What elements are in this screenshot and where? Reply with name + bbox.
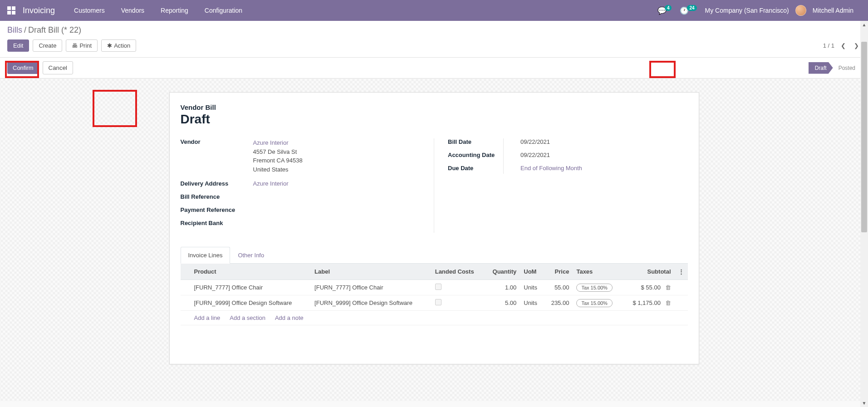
tab-invoice-lines[interactable]: Invoice Lines (181, 247, 230, 264)
status-bar: Confirm Cancel Draft Posted (0, 58, 868, 78)
vendor-addr3: United States (253, 165, 421, 174)
col-subtotal: Subtotal (623, 264, 675, 280)
status-draft[interactable]: Draft (809, 62, 833, 74)
activity-badge: 24 (687, 5, 696, 11)
tab-other-info[interactable]: Other Info (230, 247, 272, 264)
add-line[interactable]: Add a line (194, 314, 221, 321)
invoice-lines-table: Product Label Landed Costs Quantity UoM … (181, 264, 688, 325)
cancel-button[interactable]: Cancel (43, 61, 74, 74)
billdate-value: 09/22/2021 (520, 138, 688, 145)
cell-subtotal: $ 1,175.00 🗑 (623, 295, 675, 311)
title-block: Vendor Bill Draft (181, 103, 688, 127)
col-price: Price (544, 264, 573, 280)
vendor-addr2: Fremont CA 94538 (253, 156, 421, 165)
cell-product: [FURN_9999] Office Design Software (191, 295, 311, 311)
nav-configuration[interactable]: Configuration (198, 7, 249, 14)
cell-landed[interactable] (432, 280, 485, 295)
payref-label: Payment Reference (181, 206, 253, 213)
delivery-link[interactable]: Azure Interior (253, 180, 289, 187)
gear-icon: ✱ (107, 42, 112, 49)
control-panel: Bills / Draft Bill (* 22) Edit Create 🖶P… (0, 21, 868, 58)
cell-qty: 5.00 (485, 295, 520, 311)
breadcrumb-current: Draft Bill (* 22) (28, 25, 81, 35)
delivery-label: Delivery Address (181, 180, 253, 187)
activity-icon[interactable]: 🕐24 (680, 6, 698, 15)
app-brand[interactable]: Invoicing (23, 6, 55, 15)
table-row[interactable]: [FURN_9999] Office Design Software [FURN… (181, 295, 688, 311)
company-selector[interactable]: My Company (San Francisco) (705, 7, 789, 14)
doc-state: Draft (181, 112, 688, 127)
scrollbar-thumb[interactable] (861, 42, 867, 232)
add-note[interactable]: Add a note (275, 314, 304, 321)
nav-customers[interactable]: Customers (68, 7, 111, 14)
form-canvas: Vendor Bill Draft Vendor Azure Interior … (0, 78, 868, 401)
cell-tax: Tax 15.00% (573, 295, 622, 311)
form-sheet: Vendor Bill Draft Vendor Azure Interior … (169, 92, 699, 364)
user-avatar[interactable] (795, 5, 806, 16)
apps-icon[interactable] (7, 6, 15, 15)
nav-vendors[interactable]: Vendors (115, 7, 151, 14)
acctdate-value: 09/22/2021 (520, 152, 688, 158)
messaging-badge: 4 (665, 5, 672, 11)
cell-uom: Units (520, 295, 544, 311)
cell-uom: Units (520, 280, 544, 295)
pager: 1 / 1 ❮ ❯ (823, 41, 861, 50)
print-icon: 🖶 (72, 42, 78, 49)
col-landed: Landed Costs (432, 264, 485, 280)
edit-button[interactable]: Edit (7, 39, 29, 52)
cell-qty: 1.00 (485, 280, 520, 295)
breadcrumb: Bills / Draft Bill (* 22) (7, 25, 861, 35)
top-navbar: Invoicing Customers Vendors Reporting Co… (0, 0, 868, 21)
payref-value (253, 206, 421, 213)
col-taxes: Taxes (573, 264, 622, 280)
col-uom: UoM (520, 264, 544, 280)
create-button[interactable]: Create (33, 39, 62, 52)
pager-next[interactable]: ❯ (852, 41, 861, 50)
vendor-addr1: 4557 De Silva St (253, 147, 421, 157)
table-row[interactable]: [FURN_7777] Office Chair [FURN_7777] Off… (181, 280, 688, 295)
cell-product: [FURN_7777] Office Chair (191, 280, 311, 295)
nav-reporting[interactable]: Reporting (154, 7, 195, 14)
duedate-label: Due Date (448, 165, 520, 172)
trash-icon[interactable]: 🗑 (665, 299, 671, 306)
confirm-button[interactable]: Confirm (7, 62, 39, 74)
col-qty: Quantity (485, 264, 520, 280)
trash-icon[interactable]: 🗑 (665, 284, 671, 291)
duedate-value[interactable]: End of Following Month (520, 165, 582, 172)
billref-value (253, 193, 421, 200)
messaging-icon[interactable]: 💬4 (657, 6, 674, 15)
cell-landed[interactable] (432, 295, 485, 311)
vendor-link[interactable]: Azure Interior (253, 138, 421, 147)
action-button[interactable]: ✱Action (101, 39, 136, 52)
cell-price: 235.00 (544, 295, 573, 311)
acctdate-label: Accounting Date (448, 152, 520, 158)
username[interactable]: Mitchell Admin (813, 7, 853, 14)
col-kebab-icon[interactable]: ⋮ (675, 264, 688, 280)
col-product: Product (191, 264, 311, 280)
bank-label: Recipient Bank (181, 220, 253, 226)
pager-prev[interactable]: ❮ (839, 41, 848, 50)
breadcrumb-root[interactable]: Bills (7, 25, 22, 35)
billdate-label: Bill Date (448, 138, 520, 145)
cell-label: [FURN_9999] Office Design Software (311, 295, 432, 311)
col-label: Label (311, 264, 432, 280)
print-button[interactable]: 🖶Print (66, 39, 98, 52)
bank-value (253, 220, 421, 226)
status-posted[interactable]: Posted (833, 62, 861, 74)
doc-type-label: Vendor Bill (181, 103, 688, 111)
billref-label: Bill Reference (181, 193, 253, 200)
pager-text: 1 / 1 (823, 42, 834, 49)
vendor-label: Vendor (181, 138, 253, 174)
cell-price: 55.00 (544, 280, 573, 295)
tabs: Invoice Lines Other Info (181, 246, 688, 264)
scroll-down-icon[interactable]: ▼ (860, 399, 868, 407)
scroll-up-icon[interactable]: ▲ (860, 21, 868, 29)
cell-subtotal: $ 55.00 🗑 (623, 280, 675, 295)
cell-tax: Tax 15.00% (573, 280, 622, 295)
cell-label: [FURN_7777] Office Chair (311, 280, 432, 295)
add-section[interactable]: Add a section (230, 314, 265, 321)
